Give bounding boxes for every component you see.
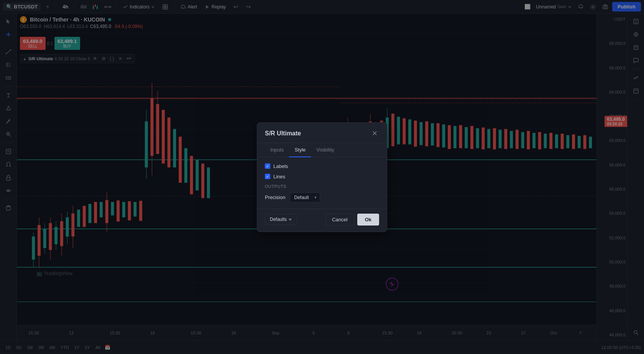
- modal-tab-style[interactable]: Style: [289, 143, 311, 157]
- defaults-btn[interactable]: Defaults: [265, 214, 297, 225]
- modal-tab-inputs[interactable]: Inputs: [265, 143, 289, 157]
- lines-checkbox-row[interactable]: ✓ Lines: [265, 174, 379, 179]
- modal-close-btn[interactable]: ✕: [370, 129, 379, 138]
- ok-btn[interactable]: Ok: [357, 214, 379, 226]
- modal-overlay[interactable]: S/R Ultimate ✕ Inputs Style Visibility ✓…: [0, 0, 644, 354]
- precision-row: Precision Default 0 1 2 3 4: [265, 193, 379, 203]
- outputs-section: OUTPUTS Precision Default 0 1 2 3 4: [265, 184, 379, 203]
- precision-select-wrapper[interactable]: Default 0 1 2 3 4: [290, 193, 320, 203]
- precision-label: Precision: [265, 194, 285, 200]
- precision-select[interactable]: Default 0 1 2 3 4: [290, 193, 320, 203]
- modal-footer: Defaults Cancel Ok: [257, 209, 387, 232]
- modal-actions: Cancel Ok: [325, 214, 379, 226]
- modal-title: S/R Ultimate: [265, 130, 301, 137]
- labels-checkbox-row[interactable]: ✓ Labels: [265, 163, 379, 169]
- modal-body: ✓ Labels ✓ Lines OUTPUTS Precision Defau…: [257, 157, 387, 209]
- modal-header: S/R Ultimate ✕: [257, 123, 387, 143]
- lines-checkbox-label: Lines: [273, 174, 285, 179]
- modal-tab-visibility[interactable]: Visibility: [311, 143, 340, 157]
- lines-checkbox[interactable]: ✓: [265, 174, 270, 179]
- labels-checkbox-label: Labels: [273, 163, 288, 169]
- labels-checkbox[interactable]: ✓: [265, 163, 270, 169]
- modal-tabs: Inputs Style Visibility: [257, 143, 387, 157]
- sr-ultimate-modal: S/R Ultimate ✕ Inputs Style Visibility ✓…: [257, 122, 387, 232]
- cancel-btn[interactable]: Cancel: [325, 214, 354, 226]
- outputs-label: OUTPUTS: [265, 184, 379, 189]
